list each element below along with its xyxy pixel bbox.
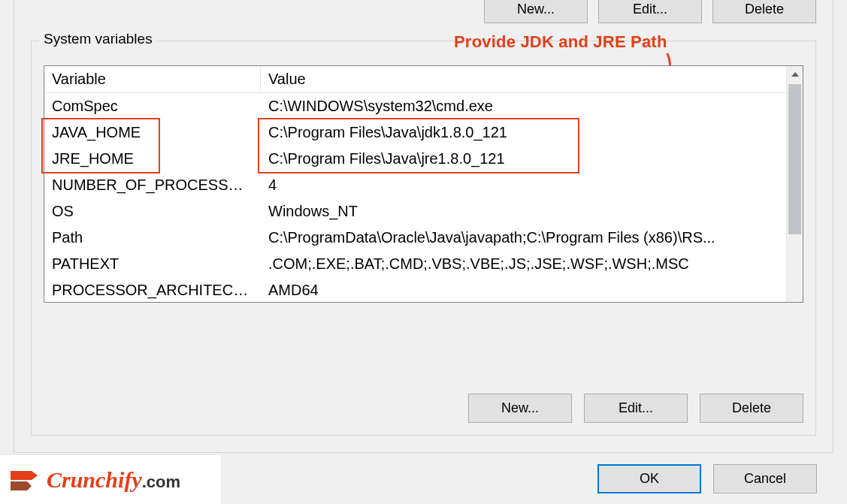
col-header-value[interactable]: Value — [261, 67, 786, 92]
system-variables-table[interactable]: Variable Value ComSpec C:\WINDOWS\system… — [44, 65, 803, 303]
env-vars-panel: New... Edit... Delete System variables P… — [14, 0, 833, 453]
scrollbar[interactable] — [786, 66, 803, 302]
cell-value: C:\Program Files\Java\jdk1.8.0_121 — [261, 122, 786, 143]
logo-icon — [9, 466, 42, 493]
cell-variable: JRE_HOME — [44, 148, 261, 170]
cell-variable: ComSpec — [44, 95, 261, 117]
cell-value: C:\WINDOWS\system32\cmd.exe — [261, 95, 786, 117]
cell-variable: OS — [44, 201, 261, 222]
table-row[interactable]: JAVA_HOME C:\Program Files\Java\jdk1.8.0… — [44, 119, 786, 146]
logo-text: Crunchify.com — [47, 467, 180, 493]
system-vars-buttons: New... Edit... Delete — [468, 394, 803, 423]
table-row[interactable]: OS Windows_NT — [44, 198, 786, 225]
ok-button[interactable]: OK — [597, 464, 701, 493]
table-row[interactable]: Path C:\ProgramData\Oracle\Java\javapath… — [44, 225, 786, 251]
delete-button[interactable]: Delete — [700, 394, 803, 423]
dialog-buttons: OK Cancel — [597, 464, 817, 493]
col-header-variable[interactable]: Variable — [44, 67, 261, 92]
table-row[interactable]: NUMBER_OF_PROCESSORS 4 — [44, 172, 786, 198]
annotation-text: Provide JDK and JRE Path — [454, 32, 667, 52]
user-new-button[interactable]: New... — [484, 0, 588, 23]
scroll-thumb[interactable] — [788, 84, 801, 234]
table-row[interactable]: PATHEXT .COM;.EXE;.BAT;.CMD;.VBS;.VBE;.J… — [44, 251, 786, 277]
cell-variable: PATHEXT — [44, 253, 261, 275]
cell-value: C:\ProgramData\Oracle\Java\javapath;C:\P… — [261, 227, 786, 249]
system-variables-group: System variables Provide JDK and JRE Pat… — [31, 41, 816, 436]
cell-variable: JAVA_HOME — [44, 122, 261, 143]
user-vars-buttons: New... Edit... Delete — [484, 0, 816, 23]
section-label: System variables — [39, 31, 157, 47]
cell-variable: Path — [44, 227, 261, 249]
edit-button[interactable]: Edit... — [584, 394, 688, 423]
cell-value: AMD64 — [261, 279, 786, 301]
user-edit-button[interactable]: Edit... — [598, 0, 702, 23]
cell-value: .COM;.EXE;.BAT;.CMD;.VBS;.VBE;.JS;.JSE;.… — [261, 253, 786, 275]
table-row[interactable]: PROCESSOR_ARCHITECTURE AMD64 — [44, 277, 786, 302]
cell-variable: PROCESSOR_ARCHITECTURE — [44, 279, 261, 301]
cancel-button[interactable]: Cancel — [713, 464, 817, 493]
cell-variable: NUMBER_OF_PROCESSORS — [44, 174, 261, 196]
cell-value: C:\Program Files\Java\jre1.8.0_121 — [261, 148, 786, 170]
table-row[interactable]: JRE_HOME C:\Program Files\Java\jre1.8.0_… — [44, 146, 786, 172]
table-row[interactable]: ComSpec C:\WINDOWS\system32\cmd.exe — [44, 93, 786, 119]
cell-value: Windows_NT — [261, 201, 786, 222]
cell-value: 4 — [261, 174, 786, 196]
user-delete-button[interactable]: Delete — [712, 0, 816, 23]
crunchify-logo: Crunchify.com — [0, 454, 222, 504]
scroll-up-icon[interactable] — [787, 66, 803, 83]
new-button[interactable]: New... — [468, 394, 572, 423]
